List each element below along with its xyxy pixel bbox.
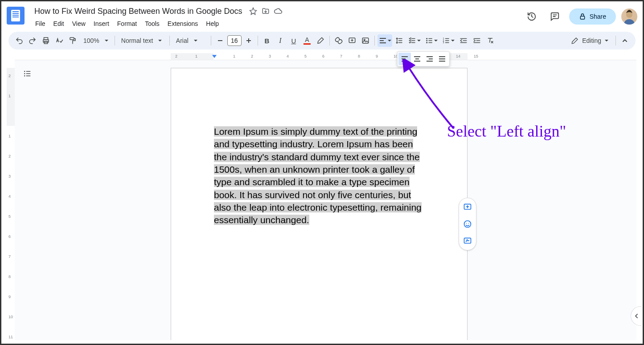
underline-button[interactable]: U [287,34,300,47]
italic-button[interactable]: I [274,34,287,47]
bold-button[interactable]: B [261,34,273,47]
svg-rect-12 [380,38,386,39]
menu-view[interactable]: View [69,18,89,29]
ruler-tick: 7 [8,254,11,259]
vertical-ruler[interactable]: 2 1 1 2 3 4 5 6 7 8 9 10 11 [7,60,15,340]
line-spacing-button[interactable] [393,34,406,47]
document-title[interactable]: How to Fix Weird Spacing Between Words i… [32,6,245,17]
increase-indent-button[interactable] [471,34,483,47]
star-icon[interactable] [249,7,258,16]
align-right-option[interactable] [423,53,436,65]
title-area: How to Fix Weird Spacing Between Words i… [32,5,523,29]
side-comment-toolbar [459,198,476,250]
share-label: Share [590,13,606,20]
separator [115,36,115,46]
ruler-tick: 5 [8,214,11,219]
svg-rect-30 [427,56,433,57]
paragraph-style-select[interactable]: Normal text [118,34,167,47]
decrease-font-button[interactable] [214,34,226,47]
svg-point-15 [426,38,427,39]
align-popover [397,51,450,67]
document-text-selected[interactable]: Lorem Ipsum is simply dummy text of the … [214,125,424,227]
menu-file[interactable]: File [32,18,49,29]
svg-rect-20 [428,42,432,43]
svg-rect-29 [414,61,420,62]
insert-link-button[interactable] [332,34,345,47]
suggest-edits-button[interactable] [462,236,473,246]
chevron-down-icon [388,40,391,42]
selected-text: Lorem Ipsum is simply dummy text of the … [214,126,422,225]
svg-rect-34 [439,58,445,59]
insert-image-button[interactable] [359,34,372,47]
cloud-saved-icon[interactable] [274,7,283,16]
comments-icon[interactable] [546,8,564,25]
menu-extensions[interactable]: Extensions [164,18,201,29]
align-justify-option[interactable] [436,53,448,65]
align-button[interactable] [377,34,392,47]
menu-insert[interactable]: Insert [90,18,113,29]
numbered-list-button[interactable]: 123 [440,34,456,47]
paint-format-button[interactable] [66,34,79,47]
svg-rect-18 [428,38,432,39]
ruler-tick: 10 [8,315,13,319]
add-emoji-reaction-button[interactable] [462,219,473,229]
svg-rect-13 [380,40,384,41]
ruler-tick: 11 [8,335,13,339]
docs-logo-icon[interactable] [7,7,25,25]
svg-rect-24 [402,56,408,57]
ruler-tick: 1 [8,134,11,138]
ruler-tick: 8 [358,54,360,58]
chevron-down-icon [158,40,162,42]
clear-formatting-button[interactable] [484,34,496,47]
align-left-option[interactable] [398,53,411,65]
svg-rect-27 [414,56,420,57]
font-size-input[interactable]: 16 [227,35,242,46]
ruler-tick: 5 [304,54,307,58]
show-outline-button[interactable] [20,67,34,81]
increase-font-button[interactable] [242,34,255,47]
svg-point-37 [24,71,25,72]
spellcheck-button[interactable] [53,34,66,47]
first-line-indent-marker[interactable] [212,54,216,59]
collapse-toolbar-button[interactable] [619,34,631,47]
svg-rect-31 [429,58,433,59]
svg-point-38 [24,73,25,75]
print-button[interactable] [40,34,52,47]
separator [329,36,330,46]
chevron-down-icon [451,40,455,42]
text-color-button[interactable]: A [301,34,313,47]
add-comment-button[interactable] [346,34,358,47]
document-page[interactable]: Lorem Ipsum is simply dummy text of the … [171,68,468,340]
font-select[interactable]: Arial [172,34,208,47]
svg-point-42 [466,223,467,224]
svg-rect-10 [362,38,369,43]
ruler-tick: 14 [456,54,460,58]
menu-help[interactable]: Help [202,18,222,29]
svg-point-41 [464,221,471,228]
bulleted-list-button[interactable] [423,34,439,47]
zoom-select[interactable]: 100% [80,34,112,47]
svg-rect-33 [439,56,445,57]
editing-mode-button[interactable]: Editing [567,37,613,44]
move-icon[interactable] [261,7,270,16]
menu-format[interactable]: Format [114,18,140,29]
undo-button[interactable] [13,34,25,47]
highlight-button[interactable] [314,34,327,47]
history-icon[interactable] [523,8,541,25]
separator [374,36,375,46]
avatar[interactable] [621,8,637,25]
ruler-tick: 3 [269,54,271,58]
add-comment-side-button[interactable] [462,202,473,212]
toolbar: 100% Normal text Arial 16 B I U A 123 Ed… [8,32,636,50]
share-button[interactable]: Share [569,8,616,25]
lock-icon [579,13,586,20]
redo-button[interactable] [26,34,39,47]
decrease-indent-button[interactable] [457,34,470,47]
ruler-tick: 4 [287,54,289,58]
menu-tools[interactable]: Tools [141,18,163,29]
ruler-tick: 2 [8,154,11,158]
horizontal-ruler[interactable]: 2 1 1 2 3 4 5 6 7 8 9 10 14 15 [15,53,636,60]
align-center-option[interactable] [411,53,423,65]
checklist-button[interactable] [406,34,422,47]
menu-edit[interactable]: Edit [50,18,68,29]
